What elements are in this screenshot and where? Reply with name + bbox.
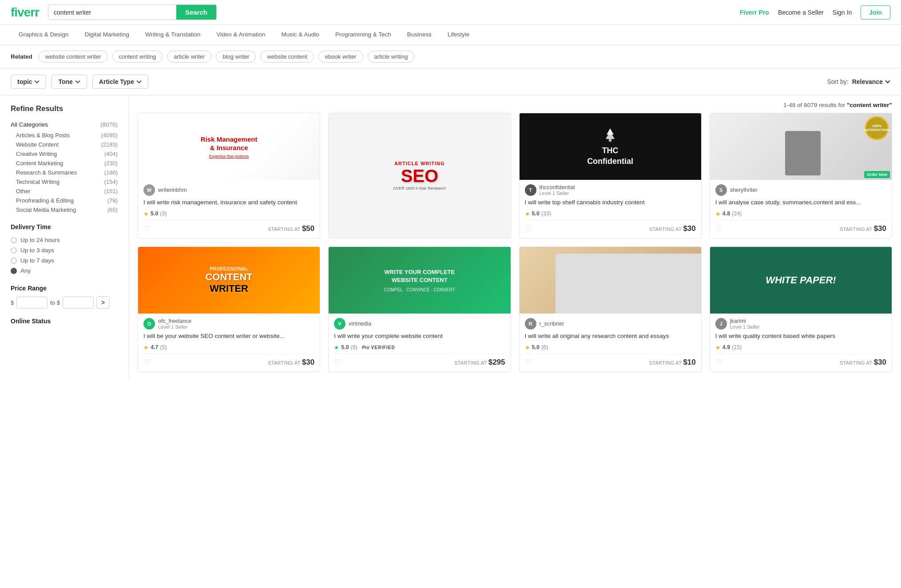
logo[interactable]: fiverr <box>11 5 39 20</box>
card-3-score: 5.0 <box>532 211 540 217</box>
card-4-rating: ★ 4.8 (24) <box>715 211 886 217</box>
card-6[interactable]: WRITE YOUR COMPLETEWEBSITE CONTENT COMPE… <box>328 246 511 372</box>
tag-blog-writer[interactable]: blog writer <box>216 51 256 63</box>
article-type-filter[interactable]: Article Type <box>92 75 148 89</box>
radio-any[interactable] <box>11 268 17 274</box>
nav-writing[interactable]: Writing & Translation <box>137 25 208 45</box>
delivery-24h[interactable]: Up to 24 hours <box>11 235 118 245</box>
price-min-input[interactable] <box>16 297 48 309</box>
tag-website-content-writer[interactable]: website content writer <box>39 51 108 63</box>
sign-in-link[interactable]: Sign In <box>833 9 852 16</box>
card-4-title: I will analyse case study, summaries,con… <box>715 199 886 207</box>
sub-categories: Articles & Blog Posts(4095) Website Cont… <box>11 131 118 215</box>
search-button[interactable]: Search <box>176 5 216 20</box>
sub-creative[interactable]: Creative Writing(404) <box>16 149 118 159</box>
tag-website-content[interactable]: website content <box>260 51 314 63</box>
card-7-body: R r_scribner I will write all original a… <box>520 314 701 372</box>
join-button[interactable]: Join <box>861 5 890 20</box>
card-6-rating: ★ 5.0 (9) Pro VERIFIED <box>334 344 505 351</box>
delivery-title: Delivery Time <box>11 223 118 230</box>
card-1-body: W writerinbhm I will write risk manageme… <box>138 180 320 238</box>
delivery-3days[interactable]: Up to 3 days <box>11 245 118 255</box>
nav-digital-marketing[interactable]: Digital Marketing <box>77 25 138 45</box>
card-3-title: I will write top shelf cannabis industry… <box>525 199 696 207</box>
sub-content-marketing[interactable]: Content Marketing(230) <box>16 159 118 168</box>
sub-social-media[interactable]: Social Media Marketing(65) <box>16 205 118 215</box>
sub-website-content[interactable]: Website Content(2183) <box>16 140 118 149</box>
delivery-any[interactable]: Any <box>11 266 118 276</box>
radio-3days[interactable] <box>11 247 17 254</box>
card-6-score: 5.0 <box>341 344 349 350</box>
fiverr-pro-link[interactable]: Fiverr Pro <box>740 9 769 16</box>
delivery-section: Delivery Time Up to 24 hours Up to 3 day… <box>11 223 118 276</box>
card-8-heart-icon[interactable]: ♡ <box>715 358 722 367</box>
tag-ebook-writer[interactable]: ebook writer <box>318 51 363 63</box>
card-5-body: O ofc_freelance Level 1 Seller I will be… <box>138 314 320 372</box>
nav-video[interactable]: Video & Animation <box>208 25 273 45</box>
card-7-footer: ♡ STARTING AT $10 <box>525 354 696 367</box>
card-3-seller-level: Level 1 Seller <box>540 191 575 196</box>
card-1-img-sub: Expertise that protects <box>201 154 258 159</box>
card-8-footer: ♡ STARTING AT $30 <box>715 354 886 367</box>
card-3-heart-icon[interactable]: ♡ <box>525 224 532 234</box>
card-4-seller-name: sherylhriter <box>730 187 758 193</box>
card-6-footer: ♡ STARTING AT $295 <box>334 354 505 367</box>
card-1[interactable]: Risk Management& Insurance Expertise tha… <box>138 113 320 238</box>
sub-research[interactable]: Research & Summaries(180) <box>16 168 118 177</box>
card-5[interactable]: PROFESSIONAL CONTENT WRITER O ofc_freela… <box>138 246 320 372</box>
tone-filter[interactable]: Tone <box>52 75 87 89</box>
sub-proofreading[interactable]: Proofreading & Editing(78) <box>16 196 118 205</box>
card-8-seller-level: Level 1 Seller <box>730 324 760 330</box>
card-8-score: 4.9 <box>722 344 730 350</box>
price-range-section: Price Range $ to $ > <box>11 285 118 309</box>
search-input[interactable] <box>48 5 176 20</box>
star-icon: ★ <box>334 344 339 351</box>
sub-other[interactable]: Other(151) <box>16 187 118 196</box>
tag-content-writing[interactable]: content writing <box>112 51 163 63</box>
card-1-heart-icon[interactable]: ♡ <box>143 224 151 234</box>
card-1-footer: ♡ STARTING AT $50 <box>143 220 314 234</box>
card-2[interactable]: ARTICLE WRITING SEO OVER 1600 5-Star Rev… <box>328 113 511 238</box>
card-2-body: N nicolaswrites I will be your SEO blog … <box>329 238 510 238</box>
card-3-price: $30 <box>683 224 695 233</box>
tag-article-writing[interactable]: article writing <box>368 51 415 63</box>
nav-graphics[interactable]: Graphics & Design <box>11 25 77 45</box>
tag-article-writer[interactable]: article writer <box>167 51 211 63</box>
svg-marker-1 <box>606 131 615 139</box>
card-1-seller-name: writerinbhm <box>158 187 187 193</box>
all-categories-item[interactable]: All Categories (8076) <box>11 119 118 130</box>
card-4[interactable]: 100%SATISFACTION Order Now S sherylhrite… <box>710 113 892 238</box>
card-5-heart-icon[interactable]: ♡ <box>143 358 151 367</box>
card-8-price: $30 <box>874 358 886 366</box>
card-5-image: PROFESSIONAL CONTENT WRITER <box>138 247 320 314</box>
card-7[interactable]: R r_scribner I will write all original a… <box>519 246 702 372</box>
card-8-seller-info: J jkarimi Level 1 Seller <box>715 318 886 330</box>
sub-articles[interactable]: Articles & Blog Posts(4095) <box>16 131 118 140</box>
radio-7days[interactable] <box>11 258 17 264</box>
price-go-button[interactable]: > <box>96 296 110 309</box>
card-5-footer: ♡ STARTING AT $30 <box>143 354 314 367</box>
card-3[interactable]: THCConfidential T thcconfidential Level … <box>519 113 702 238</box>
card-5-title: I will be your website SEO content write… <box>143 332 314 341</box>
sort-select[interactable]: Relevance <box>852 78 890 85</box>
become-seller-link[interactable]: Become a Seller <box>778 9 824 16</box>
price-max-input[interactable] <box>63 297 94 309</box>
topic-filter[interactable]: topic <box>11 75 46 89</box>
nav-music[interactable]: Music & Audio <box>274 25 328 45</box>
nav-business[interactable]: Business <box>399 25 440 45</box>
radio-24h[interactable] <box>11 237 17 243</box>
card-8-img-title: WHITE PAPER! <box>766 274 836 286</box>
nav-lifestyle[interactable]: Lifestyle <box>440 25 478 45</box>
tree-icon <box>601 127 619 144</box>
card-4-avatar: S <box>715 184 727 196</box>
delivery-7days[interactable]: Up to 7 days <box>11 255 118 266</box>
card-6-heart-icon[interactable]: ♡ <box>334 358 341 367</box>
card-4-count: (24) <box>732 211 742 217</box>
filter-bar: topic Tone Article Type Sort by: Relevan… <box>0 68 901 95</box>
sub-technical[interactable]: Technical Writing(154) <box>16 177 118 187</box>
card-1-img-title: Risk Management& Insurance <box>201 135 258 152</box>
card-8[interactable]: WHITE PAPER! J jkarimi Level 1 Seller I … <box>710 246 892 372</box>
card-7-heart-icon[interactable]: ♡ <box>525 358 532 367</box>
nav-programming[interactable]: Programming & Tech <box>327 25 399 45</box>
card-4-heart-icon[interactable]: ♡ <box>715 224 722 234</box>
